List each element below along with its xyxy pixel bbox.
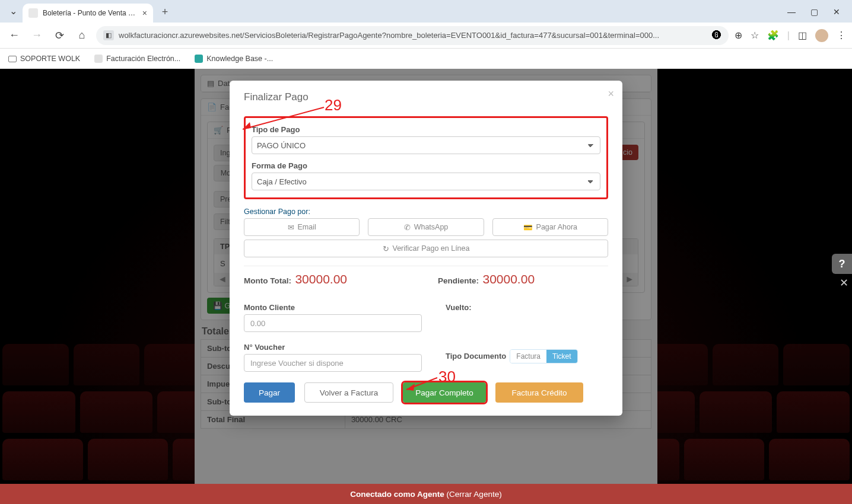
forward-button[interactable]: → <box>28 27 45 44</box>
voucher-label: N° Voucher <box>244 343 422 352</box>
new-tab-button[interactable]: + <box>157 4 173 20</box>
monto-total-label: Monto Total: <box>244 276 291 285</box>
tabs-dropdown[interactable]: ⌄ <box>6 4 20 18</box>
kebab-menu-icon[interactable]: ⋮ <box>837 30 846 41</box>
window-close-button[interactable]: ✕ <box>831 7 843 17</box>
tipo-pago-select[interactable]: PAGO ÚNICO <box>252 136 600 154</box>
address-bar[interactable]: ◧ wolkfacturacioncr.azurewebsites.net/Se… <box>96 26 729 45</box>
email-button[interactable]: ✉ Email <box>244 218 360 236</box>
bookmark-favicon <box>94 55 103 63</box>
toggle-ticket[interactable]: Ticket <box>546 350 577 363</box>
site-info-icon[interactable]: ◧ <box>103 30 114 40</box>
annotation-30-label: 30 <box>438 368 456 386</box>
agent-status-bar: Conectado como Agente (Cerrar Agente) <box>0 484 852 504</box>
translate-icon[interactable]: 🅖 <box>712 30 721 41</box>
tab-favicon <box>28 8 38 18</box>
forma-pago-select[interactable]: Caja / Efectivo <box>252 173 600 190</box>
voucher-input[interactable] <box>244 354 422 372</box>
window-maximize-button[interactable]: ▢ <box>808 7 820 17</box>
modal-title: Finalizar Pago <box>244 91 608 103</box>
toggle-factura[interactable]: Factura <box>510 350 546 363</box>
volver-factura-button[interactable]: Volver a Factura <box>304 382 393 403</box>
monto-total-value: 30000.00 <box>295 272 347 286</box>
tipo-pago-label: Tipo de Pago <box>252 125 600 134</box>
monto-cliente-input[interactable] <box>244 314 422 332</box>
whatsapp-button[interactable]: ✆ WhatsApp <box>368 218 484 236</box>
dismiss-help-button[interactable]: ✕ <box>840 276 848 289</box>
reload-button[interactable]: ⟳ <box>51 27 68 44</box>
divider <box>244 266 608 266</box>
gestionar-pago-label: Gestionar Pago por: <box>244 208 608 216</box>
bookmark-facturacion[interactable]: Facturación Electrón... <box>94 55 180 63</box>
bookmark-knowledge-base[interactable]: Knowledge Base -... <box>195 55 273 63</box>
url-text: wolkfacturacioncr.azurewebsites.net/Serv… <box>119 31 707 40</box>
reading-list-icon[interactable]: ◫ <box>798 30 807 41</box>
bookmark-favicon <box>195 55 203 63</box>
pagar-ahora-button[interactable]: 💳 Pagar Ahora <box>492 218 608 236</box>
browser-titlebar: ⌄ Boletería - Punto de Venta Wolk × + — … <box>0 0 852 23</box>
vuelto-label: Vuelto: <box>446 303 608 312</box>
pendiente-label: Pendiente: <box>438 276 479 285</box>
pendiente-value: 30000.00 <box>482 272 535 286</box>
finalizar-pago-modal: × Finalizar Pago Tipo de Pago PAGO ÚNICO… <box>230 81 622 416</box>
tab-title: Boletería - Punto de Venta Wolk <box>43 9 138 17</box>
page-viewport: ▤ Datos 📄 Factura 🛒 Prod Ingre Modi cio <box>0 69 852 504</box>
monto-cliente-label: Monto Cliente <box>244 303 422 312</box>
browser-toolbar: ← → ⟳ ⌂ ◧ wolkfacturacioncr.azurewebsite… <box>0 23 852 49</box>
annotation-29-label: 29 <box>325 96 342 114</box>
window-minimize-button[interactable]: — <box>786 7 797 17</box>
extensions-icon[interactable]: 🧩 <box>767 30 779 41</box>
profile-avatar[interactable] <box>815 29 828 42</box>
browser-tab[interactable]: Boletería - Punto de Venta Wolk × <box>23 4 153 23</box>
tipo-documento-label: Tipo Documento <box>446 352 506 361</box>
bookmark-soporte-wolk[interactable]: SOPORTE WOLK <box>8 55 80 63</box>
pagar-button[interactable]: Pagar <box>244 382 295 403</box>
cerrar-agente-link[interactable]: (Cerrar Agente) <box>447 490 502 499</box>
home-button[interactable]: ⌂ <box>74 27 90 44</box>
annotation-box-29: Tipo de Pago PAGO ÚNICO Forma de Pago Ca… <box>244 116 608 199</box>
bookmark-star-icon[interactable]: ☆ <box>751 30 759 41</box>
forma-pago-label: Forma de Pago <box>252 161 600 170</box>
back-button[interactable]: ← <box>6 27 23 44</box>
tipo-documento-toggle[interactable]: Factura Ticket <box>510 349 577 363</box>
zoom-icon[interactable]: ⊕ <box>735 30 742 41</box>
bookmarks-bar: SOPORTE WOLK Facturación Electrón... Kno… <box>0 49 852 69</box>
factura-credito-button[interactable]: Factura Crédito <box>495 382 583 403</box>
folder-icon <box>8 56 17 62</box>
modal-close-button[interactable]: × <box>608 88 614 100</box>
tab-close-icon[interactable]: × <box>142 8 147 18</box>
help-fab-button[interactable]: ? <box>832 254 852 274</box>
verificar-pago-button[interactable]: ↻ Verificar Pago en Línea <box>244 240 608 257</box>
